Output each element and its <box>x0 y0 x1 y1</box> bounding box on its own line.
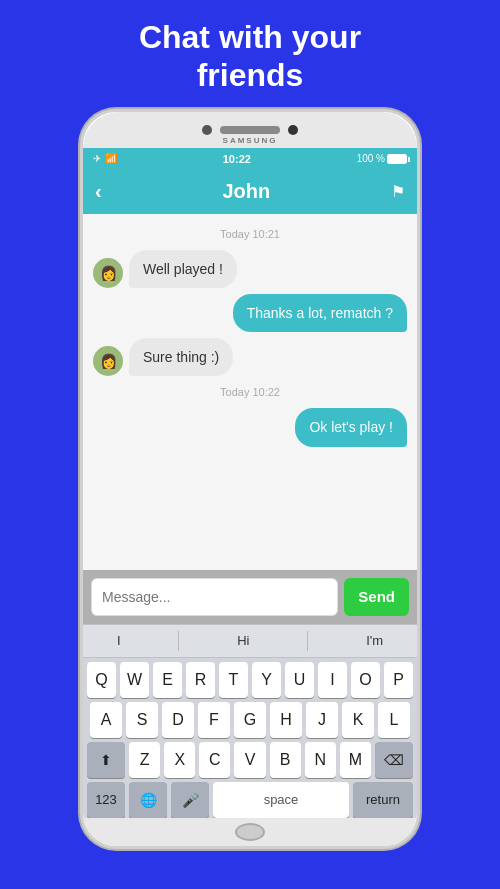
key-row-4: 123 🌐 🎤 space return <box>87 782 413 818</box>
flag-icon[interactable]: ⚑ <box>391 182 405 201</box>
key-space[interactable]: space <box>213 782 349 818</box>
key-W[interactable]: W <box>120 662 149 698</box>
key-row-1: Q W E R T Y U I O P <box>87 662 413 698</box>
key-Y[interactable]: Y <box>252 662 281 698</box>
key-V[interactable]: V <box>234 742 265 778</box>
key-U[interactable]: U <box>285 662 314 698</box>
key-Z[interactable]: Z <box>129 742 160 778</box>
phone-shell: SAMSUNG ✈ 📶 10:22 100 % ‹ John ⚑ <box>80 109 420 849</box>
key-I[interactable]: I <box>318 662 347 698</box>
key-R[interactable]: R <box>186 662 215 698</box>
phone-screen: ✈ 📶 10:22 100 % ‹ John ⚑ Today 10:2 <box>83 148 417 818</box>
key-L[interactable]: L <box>378 702 410 738</box>
battery-icon <box>387 154 407 164</box>
key-num[interactable]: 123 <box>87 782 125 818</box>
chat-header: ‹ John ⚑ <box>83 170 417 214</box>
suggestion-3[interactable]: I'm <box>356 633 393 648</box>
date-separator-1: Today 10:21 <box>93 228 407 240</box>
avatar-img-2: 👩 <box>93 346 123 376</box>
title-line1: Chat with your <box>139 19 361 55</box>
key-A[interactable]: A <box>90 702 122 738</box>
key-D[interactable]: D <box>162 702 194 738</box>
battery-fill <box>388 155 406 163</box>
message-row-sent-1: Thanks a lot, rematch ? <box>93 294 407 332</box>
status-left: ✈ 📶 <box>93 153 117 164</box>
battery-label: 100 % <box>357 153 385 164</box>
key-B[interactable]: B <box>270 742 301 778</box>
key-H[interactable]: H <box>270 702 302 738</box>
key-mic[interactable]: 🎤 <box>171 782 209 818</box>
key-backspace[interactable]: ⌫ <box>375 742 413 778</box>
title-line2: friends <box>197 57 304 93</box>
wifi-icon: 📶 <box>105 153 117 164</box>
camera-left-icon <box>202 125 212 135</box>
bubble-sent-1: Thanks a lot, rematch ? <box>233 294 407 332</box>
speaker <box>220 126 280 134</box>
plane-icon: ✈ <box>93 153 101 164</box>
key-row-2: A S D F G H J K L <box>87 702 413 738</box>
key-shift[interactable]: ⬆ <box>87 742 125 778</box>
status-bar: ✈ 📶 10:22 100 % <box>83 148 417 170</box>
message-row-received-2: 👩 Sure thing :) <box>93 338 407 376</box>
key-S[interactable]: S <box>126 702 158 738</box>
key-F[interactable]: F <box>198 702 230 738</box>
messages-area: Today 10:21 👩 Well played ! Thanks a lot… <box>83 214 417 570</box>
key-return[interactable]: return <box>353 782 413 818</box>
key-K[interactable]: K <box>342 702 374 738</box>
avatar-2: 👩 <box>93 346 123 376</box>
message-input[interactable] <box>91 578 338 616</box>
key-P[interactable]: P <box>384 662 413 698</box>
key-G[interactable]: G <box>234 702 266 738</box>
key-J[interactable]: J <box>306 702 338 738</box>
suggestion-1[interactable]: I <box>107 633 131 648</box>
phone-wrapper: SAMSUNG ✈ 📶 10:22 100 % ‹ John ⚑ <box>80 109 420 889</box>
page-header: Chat with your friends <box>99 0 401 109</box>
key-globe[interactable]: 🌐 <box>129 782 167 818</box>
key-row-3: ⬆ Z X C V B N M ⌫ <box>87 742 413 778</box>
message-input-area: Send <box>83 570 417 624</box>
suggestion-2[interactable]: Hi <box>227 633 259 648</box>
divider-1 <box>178 631 179 651</box>
key-T[interactable]: T <box>219 662 248 698</box>
bubble-received-1: Well played ! <box>129 250 237 288</box>
key-C[interactable]: C <box>199 742 230 778</box>
suggestions-row: I Hi I'm <box>83 624 417 658</box>
back-button[interactable]: ‹ <box>95 180 102 203</box>
bubble-received-2: Sure thing :) <box>129 338 233 376</box>
message-row-received-1: 👩 Well played ! <box>93 250 407 288</box>
home-button[interactable] <box>235 823 265 841</box>
keyboard-area: I Hi I'm Q W E R T Y U I <box>83 624 417 818</box>
divider-2 <box>307 631 308 651</box>
phone-top-bar: SAMSUNG <box>83 112 417 148</box>
keyboard-rows: Q W E R T Y U I O P A S D <box>83 658 417 818</box>
brand-label: SAMSUNG <box>223 136 278 145</box>
key-E[interactable]: E <box>153 662 182 698</box>
message-row-sent-2: Ok let's play ! <box>93 408 407 446</box>
key-M[interactable]: M <box>340 742 371 778</box>
key-N[interactable]: N <box>305 742 336 778</box>
send-button[interactable]: Send <box>344 578 409 616</box>
camera-right-icon <box>288 125 298 135</box>
key-O[interactable]: O <box>351 662 380 698</box>
phone-bottom <box>83 818 417 846</box>
battery-area: 100 % <box>357 153 407 164</box>
avatar-img-1: 👩 <box>93 258 123 288</box>
chat-contact-name: John <box>222 180 270 203</box>
status-time: 10:22 <box>223 153 251 165</box>
date-separator-2: Today 10:22 <box>93 386 407 398</box>
avatar-1: 👩 <box>93 258 123 288</box>
key-X[interactable]: X <box>164 742 195 778</box>
key-Q[interactable]: Q <box>87 662 116 698</box>
bubble-sent-2: Ok let's play ! <box>295 408 407 446</box>
